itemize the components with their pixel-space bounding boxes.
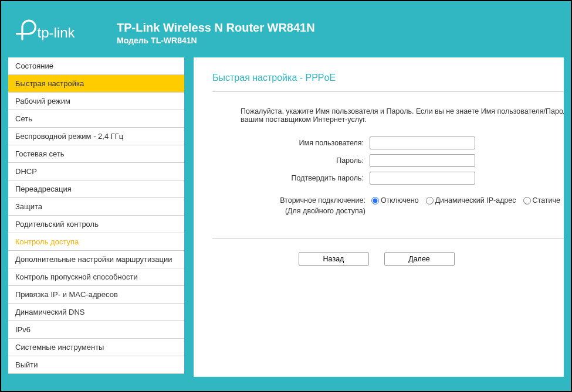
sidebar-item-status[interactable]: Состояние xyxy=(8,57,184,75)
sidebar-item-ddns[interactable]: Динамический DNS xyxy=(8,304,184,321)
section-title: Быстрая настройка - PPPoE xyxy=(212,73,564,91)
brand-logo: tp-link xyxy=(13,19,110,47)
radio-dynamic-label: Динамический IP-адрес xyxy=(435,196,516,204)
sidebar-item-security[interactable]: Защита xyxy=(8,198,184,216)
sidebar-item-guest-network[interactable]: Гостевая сеть xyxy=(8,145,184,163)
intro-line1: Пожалуйста, укажите Имя пользователя и П… xyxy=(241,107,564,115)
username-label: Имя пользователя: xyxy=(241,139,370,147)
sidebar-item-routing[interactable]: Дополнительные настройки маршрутизации xyxy=(8,251,184,268)
secondary-connection-radios: Отключено Динамический IP-адрес Статиче xyxy=(371,196,564,204)
next-button[interactable]: Далее xyxy=(384,252,455,266)
secondary-connection-note: (Для двойного доступа) xyxy=(241,207,365,215)
sidebar-item-parental[interactable]: Родительский контроль xyxy=(8,216,184,233)
sidebar-item-wireless-24[interactable]: Беспроводной режим - 2,4 ГГц xyxy=(8,128,184,145)
confirm-password-label: Подтвердить пароль: xyxy=(241,174,370,182)
radio-option-dynamic[interactable]: Динамический IP-адрес xyxy=(426,196,516,204)
back-button[interactable]: Назад xyxy=(299,252,369,266)
page-title: TP-Link Wireless N Router WR841N xyxy=(117,21,315,35)
divider xyxy=(212,91,564,92)
radio-static-label: Статиче xyxy=(533,196,560,204)
confirm-password-input[interactable] xyxy=(370,172,475,185)
username-input[interactable] xyxy=(370,137,475,149)
model-subtitle: Модель TL-WR841N xyxy=(117,36,315,45)
sidebar-item-dhcp[interactable]: DHCP xyxy=(8,163,184,180)
password-label: Пароль: xyxy=(241,156,370,165)
sidebar-item-bandwidth[interactable]: Контроль пропускной способности xyxy=(8,268,184,286)
sidebar-item-ip-mac-binding[interactable]: Привязка IP- и MAC-адресов xyxy=(8,286,184,304)
sidebar-item-quick-setup[interactable]: Быстрая настройка xyxy=(8,75,184,93)
tp-link-logo-icon: tp-link xyxy=(13,19,107,47)
sidebar-item-ipv6[interactable]: IPv6 xyxy=(8,321,184,339)
content-panel: Быстрая настройка - PPPoE Пожалуйста, ук… xyxy=(194,57,564,377)
radio-option-disabled[interactable]: Отключено xyxy=(371,196,419,204)
radio-dynamic[interactable] xyxy=(426,197,434,204)
divider-bottom xyxy=(212,238,564,239)
sidebar-item-access-control[interactable]: Контроль доступа xyxy=(8,233,184,251)
sidebar-item-network[interactable]: Сеть xyxy=(8,110,184,128)
header: tp-link TP-Link Wireless N Router WR841N… xyxy=(8,8,564,57)
sidebar-item-system-tools[interactable]: Системные инструменты xyxy=(8,339,184,356)
radio-disabled-label: Отключено xyxy=(381,196,419,204)
intro-text: Пожалуйста, укажите Имя пользователя и П… xyxy=(241,107,564,124)
radio-option-static[interactable]: Статиче xyxy=(523,196,560,204)
sidebar: Состояние Быстрая настройка Рабочий режи… xyxy=(8,57,184,374)
sidebar-item-forwarding[interactable]: Переадресация xyxy=(8,180,184,198)
radio-static[interactable] xyxy=(523,197,531,204)
pppoe-form: Имя пользователя: Пароль: Подтвердить па… xyxy=(241,137,564,215)
password-input[interactable] xyxy=(370,154,475,167)
secondary-connection-label: Вторичное подключение: xyxy=(241,196,365,204)
sidebar-item-logout[interactable]: Выйти xyxy=(8,356,184,374)
radio-disabled[interactable] xyxy=(371,197,379,204)
svg-text:tp-link: tp-link xyxy=(38,25,76,40)
intro-line2: вашим поставщиком Интернет-услуг. xyxy=(241,115,367,124)
sidebar-item-operation-mode[interactable]: Рабочий режим xyxy=(8,93,184,110)
